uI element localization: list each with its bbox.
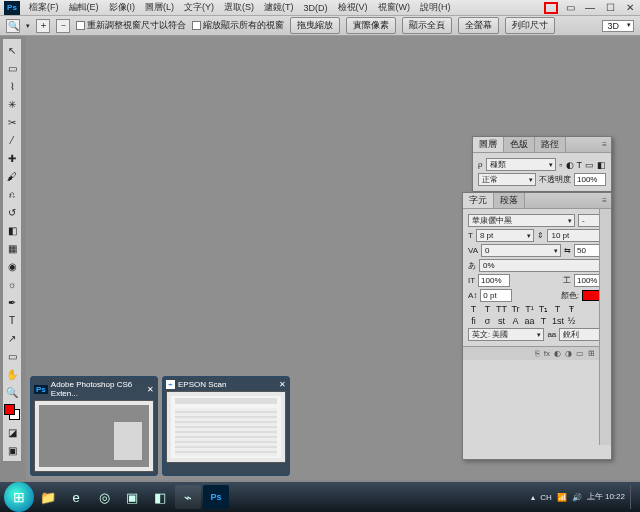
tab-channels[interactable]: 色版 — [504, 137, 535, 152]
opacity-field[interactable]: 100% — [574, 173, 606, 186]
stamp-tool[interactable]: ⎌ — [4, 186, 20, 202]
hand-tool[interactable]: ✋ — [4, 366, 20, 382]
ot-liga[interactable]: fi — [468, 316, 479, 326]
fx-icon[interactable]: fx — [544, 349, 550, 358]
tb-epson-icon[interactable]: ⌁ — [175, 485, 201, 509]
tb-app2-icon[interactable]: ▣ — [119, 485, 145, 509]
history-brush-tool[interactable]: ↺ — [4, 204, 20, 220]
switcher-app-ps[interactable]: PsAdobe Photoshop CS6 Exten...✕ — [30, 376, 158, 476]
filter-img-icon[interactable]: ▫ — [559, 160, 562, 170]
gradient-tool[interactable]: ▦ — [4, 240, 20, 256]
style-underline[interactable]: T — [552, 304, 563, 314]
wand-tool[interactable]: ✳ — [4, 96, 20, 112]
shape-tool[interactable]: ▭ — [4, 348, 20, 364]
tab-paths[interactable]: 路徑 — [535, 137, 566, 152]
pen-tool[interactable]: ✒ — [4, 294, 20, 310]
menu-3d[interactable]: 3D(D) — [299, 3, 333, 13]
menu-select[interactable]: 選取(S) — [219, 1, 259, 14]
filter-kind[interactable]: 種類 — [486, 158, 557, 171]
tb-explorer-icon[interactable]: 📁 — [35, 485, 61, 509]
menu-view[interactable]: 檢視(V) — [333, 1, 373, 14]
chevron-down-icon[interactable]: ▾ — [26, 22, 30, 30]
style-smallcaps[interactable]: Tr — [510, 304, 521, 314]
chk-zoom-all[interactable]: 縮放顯示所有的視窗 — [192, 19, 284, 32]
link-icon[interactable]: ⎘ — [535, 349, 540, 358]
eyedropper-tool[interactable]: ⁄ — [4, 132, 20, 148]
eraser-tool[interactable]: ◧ — [4, 222, 20, 238]
style-strike[interactable]: Ŧ — [566, 304, 577, 314]
zoom-out-icon[interactable]: － — [56, 19, 70, 33]
maximize-icon[interactable]: ☐ — [600, 2, 620, 13]
brush-tool[interactable]: 🖌 — [4, 168, 20, 184]
tracking[interactable]: 0 — [481, 244, 561, 257]
btn-actual[interactable]: 實際像素 — [346, 17, 396, 34]
menu-file[interactable]: 檔案(F) — [24, 1, 64, 14]
close-icon[interactable]: ✕ — [620, 2, 640, 13]
panel-scrollbar[interactable] — [599, 209, 611, 445]
ot-stylistic[interactable]: aa — [524, 316, 535, 326]
path-tool[interactable]: ↗ — [4, 330, 20, 346]
tab-paragraph[interactable]: 段落 — [494, 193, 525, 208]
btn-fit[interactable]: 顯示全頁 — [402, 17, 452, 34]
menu-window[interactable]: 視窗(W) — [373, 1, 416, 14]
btn-print[interactable]: 列印尺寸 — [505, 17, 555, 34]
panel-menu-icon[interactable]: ≡ — [602, 140, 607, 149]
tab-layers[interactable]: 圖層 — [473, 137, 504, 152]
folder-icon[interactable]: ▭ — [576, 349, 584, 358]
ot-half[interactable]: ½ — [566, 316, 577, 326]
leading[interactable]: 10 pt — [547, 229, 606, 242]
ot-frac[interactable]: 1st — [552, 316, 563, 326]
menu-help[interactable]: 說明(H) — [415, 1, 456, 14]
panel-menu-icon[interactable]: ≡ — [602, 196, 607, 205]
lang-select[interactable]: 英文: 美國 — [468, 328, 544, 341]
style-super[interactable]: T¹ — [524, 304, 535, 314]
tray-vol-icon[interactable]: 🔊 — [572, 493, 582, 502]
tb-ps-icon[interactable]: Ps — [203, 485, 229, 509]
screenmode-tool[interactable]: ▣ — [4, 442, 20, 458]
tb-app1-icon[interactable]: ◎ — [91, 485, 117, 509]
dodge-tool[interactable]: ☼ — [4, 276, 20, 292]
mask-icon[interactable]: ◐ — [554, 349, 561, 358]
filter-type-icon[interactable]: T — [577, 160, 583, 170]
zoom-tool[interactable]: 🔍 — [4, 384, 20, 400]
tb-app3-icon[interactable]: ◧ — [147, 485, 173, 509]
show-desktop[interactable] — [630, 485, 636, 509]
lasso-tool[interactable]: ⌇ — [4, 78, 20, 94]
quickmask-tool[interactable]: ◪ — [4, 424, 20, 440]
workspace-select[interactable]: 3D — [602, 20, 634, 32]
move-tool[interactable]: ↖ — [4, 42, 20, 58]
ot-ordinal[interactable]: T — [538, 316, 549, 326]
btn-scrubby[interactable]: 拖曳縮放 — [290, 17, 340, 34]
zoom-tool-icon[interactable]: 🔍 — [6, 19, 20, 33]
marquee-tool[interactable]: ▭ — [4, 60, 20, 76]
baseline-shift[interactable]: 0 pt — [480, 289, 512, 302]
blend-mode[interactable]: 正常 — [478, 173, 536, 186]
tray-clock[interactable]: 上午 10:22 — [587, 493, 625, 502]
style-italic[interactable]: T — [482, 304, 493, 314]
menu-type[interactable]: 文字(Y) — [179, 1, 219, 14]
new-icon[interactable]: ⊞ — [588, 349, 595, 358]
filter-adj-icon[interactable]: ◐ — [566, 160, 574, 170]
zoom-in-icon[interactable]: ＋ — [36, 19, 50, 33]
font-size[interactable]: 8 pt — [476, 229, 535, 242]
menu-filter[interactable]: 濾鏡(T) — [259, 1, 299, 14]
color-swatch[interactable] — [4, 404, 20, 420]
menu-layer[interactable]: 圖層(L) — [140, 1, 179, 14]
doc-restore-icon[interactable]: ▭ — [560, 2, 580, 13]
tb-ie-icon[interactable]: e — [63, 485, 89, 509]
adjust-icon[interactable]: ◑ — [565, 349, 572, 358]
blur-tool[interactable]: ◉ — [4, 258, 20, 274]
type-tool[interactable]: T — [4, 312, 20, 328]
font-family[interactable]: 華康儷中黑 — [468, 214, 575, 227]
minimize-icon[interactable]: — — [580, 2, 600, 13]
pct-field[interactable]: 0% — [479, 259, 606, 272]
btn-fill[interactable]: 全螢幕 — [458, 17, 499, 34]
menu-image[interactable]: 影像(I) — [104, 1, 141, 14]
start-button[interactable]: ⊞ — [4, 482, 34, 512]
ot-swash[interactable]: st — [496, 316, 507, 326]
close-icon[interactable]: ✕ — [147, 385, 154, 394]
tab-character[interactable]: 字元 — [463, 193, 494, 208]
filter-shape-icon[interactable]: ▭ — [585, 160, 594, 170]
heal-tool[interactable]: ✚ — [4, 150, 20, 166]
chk-resize-window[interactable]: 重新調整視窗尺寸以符合 — [76, 19, 186, 32]
